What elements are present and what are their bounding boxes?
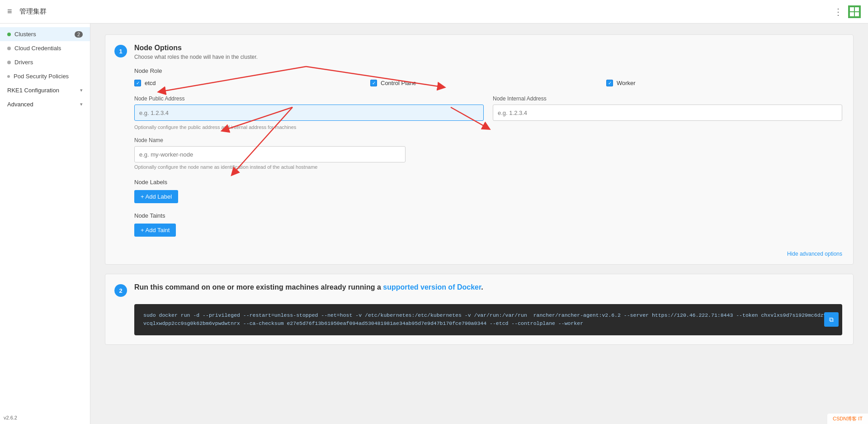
sidebar-item-pod-security[interactable]: Pod Security Policies (0, 69, 90, 83)
clusters-dot (7, 33, 11, 36)
node-name-label: Node Name (134, 137, 406, 143)
more-options-icon[interactable]: ⋮ (834, 6, 843, 17)
top-header: ≡ 管理集群 ⋮ (0, 0, 868, 24)
add-taint-button[interactable]: + Add Taint (134, 224, 176, 237)
step1-body: Node Role etcd Control Plane Worker (105, 60, 853, 246)
add-label-button[interactable]: + Add Label (134, 190, 178, 203)
etcd-checkbox[interactable] (134, 80, 141, 86)
step1-title: Node Options (134, 44, 842, 52)
advanced-chevron-icon: ▾ (80, 101, 83, 107)
main-layout: Clusters 2 Cloud Credentials Drivers Pod… (0, 24, 868, 424)
node-public-address-label: Node Public Address (134, 95, 484, 102)
control-plane-checkbox[interactable] (370, 80, 377, 86)
step2-section: 2 Run this command on one or more existi… (105, 274, 854, 345)
node-name-group: Node Name Optionally configure the node … (134, 137, 406, 170)
address-row: Node Public Address Node Internal Addres… (134, 95, 842, 121)
drivers-label: Drivers (14, 59, 33, 66)
node-internal-address-label: Node Internal Address (493, 95, 842, 102)
node-name-input[interactable] (134, 146, 406, 162)
node-name-hint: Optionally configure the node name as id… (134, 164, 406, 170)
step1-title-block: Node Options Choose what roles the node … (134, 44, 842, 60)
step2-prefix: Run this command on one or more existing… (134, 283, 381, 291)
node-role-control-plane: Control Plane (370, 80, 606, 86)
node-internal-address-group: Node Internal Address (493, 95, 842, 121)
advanced-label: Advanced (7, 101, 33, 108)
step2-header: 2 Run this command on one or more existi… (105, 274, 853, 297)
content-area: 1 Node Options Choose what roles the nod… (90, 24, 868, 424)
version-label: v2.6.2 (4, 415, 17, 420)
node-internal-address-input[interactable] (493, 105, 842, 121)
sidebar-section-advanced[interactable]: Advanced ▾ (0, 97, 90, 111)
grid-icon[interactable] (848, 5, 861, 18)
node-role-label: Node Role (134, 67, 842, 74)
node-roles-row: etcd Control Plane Worker (134, 80, 842, 86)
step1-circle: 1 (114, 45, 127, 57)
step2-description: Run this command on one or more existing… (134, 283, 842, 291)
node-role-etcd: etcd (134, 80, 370, 86)
sidebar: Clusters 2 Cloud Credentials Drivers Pod… (0, 24, 90, 424)
clusters-badge: 2 (75, 31, 83, 38)
sidebar-section-rke1[interactable]: RKE1 Configuration ▾ (0, 83, 90, 97)
drivers-dot (7, 61, 11, 64)
csdn-bar: CSDN博客 IT (827, 414, 868, 424)
code-block-wrapper: sudo docker run -d --privileged --restar… (134, 304, 842, 335)
control-plane-label: Control Plane (381, 80, 416, 86)
step1-section: 1 Node Options Choose what roles the nod… (105, 34, 854, 265)
hide-advanced-row: Hide advanced options (105, 246, 853, 264)
header-actions: ⋮ (834, 5, 861, 18)
address-hint: Optionally configure the public address … (134, 124, 842, 130)
node-role-worker: Worker (606, 80, 842, 86)
step2-circle: 2 (114, 284, 127, 297)
node-public-address-input[interactable] (134, 105, 484, 121)
node-public-address-group: Node Public Address (134, 95, 484, 121)
sidebar-item-drivers[interactable]: Drivers (0, 55, 90, 69)
header-title: 管理集群 (19, 7, 834, 16)
cloud-dot (7, 47, 11, 50)
sidebar-item-cloud-credentials[interactable]: Cloud Credentials (0, 41, 90, 55)
step2-link[interactable]: supported version of Docker (383, 283, 481, 291)
node-taints-section-label: Node Taints (134, 212, 842, 219)
node-labels-section-label: Node Labels (134, 179, 842, 186)
csdn-label: CSDN博客 IT (833, 416, 863, 421)
cloud-credentials-label: Cloud Credentials (14, 45, 61, 52)
worker-label: Worker (617, 80, 636, 86)
etcd-label: etcd (145, 80, 156, 86)
step1-header: 1 Node Options Choose what roles the nod… (105, 35, 853, 60)
worker-checkbox[interactable] (606, 80, 613, 86)
hide-advanced-link[interactable]: Hide advanced options (787, 251, 842, 257)
sidebar-item-clusters[interactable]: Clusters 2 (0, 27, 90, 41)
pod-security-dot (7, 75, 10, 78)
rke1-label: RKE1 Configuration (7, 87, 59, 94)
step2-suffix: . (481, 283, 483, 291)
step1-subtitle: Choose what roles the node will have in … (134, 54, 842, 60)
code-block: sudo docker run -d --privileged --restar… (134, 304, 842, 335)
rke1-chevron-icon: ▾ (80, 87, 83, 93)
step2-body: sudo docker run -d --privileged --restar… (105, 297, 853, 335)
copy-button[interactable]: ⧉ (824, 312, 839, 327)
step2-title-block: Run this command on one or more existing… (134, 283, 842, 293)
clusters-label: Clusters (14, 31, 36, 38)
hamburger-icon[interactable]: ≡ (7, 7, 12, 16)
pod-security-label: Pod Security Policies (14, 73, 69, 80)
